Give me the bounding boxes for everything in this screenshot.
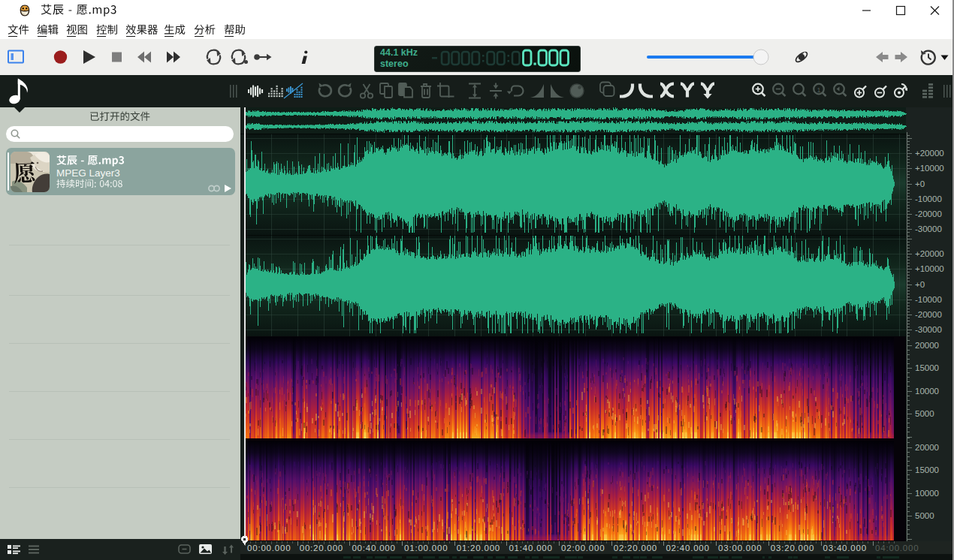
svg-text:-10000: -10000 [915,194,942,203]
svg-text:+0: +0 [915,280,925,289]
svg-text:5000: 5000 [915,409,934,418]
svg-text:00:40.000: 00:40.000 [352,543,395,552]
svg-text:15000: 15000 [915,363,939,372]
svg-text:+20000: +20000 [915,249,944,258]
svg-text:20000: 20000 [915,443,939,452]
svg-text:03:20.000: 03:20.000 [771,543,814,552]
svg-text:+0: +0 [915,179,925,188]
svg-text:10000: 10000 [915,489,939,498]
svg-text:00:00.000: 00:00.000 [247,543,291,552]
svg-text:01:20.000: 01:20.000 [457,543,500,552]
svg-text:-30000: -30000 [915,224,942,233]
svg-text:10000: 10000 [915,387,939,396]
svg-text:-30000: -30000 [915,325,942,334]
svg-text:01:00.000: 01:00.000 [404,543,448,552]
svg-text:+10000: +10000 [915,164,944,173]
svg-text:00:20.000: 00:20.000 [300,543,343,552]
svg-text:03:00.000: 03:00.000 [718,543,762,552]
svg-text:01:40.000: 01:40.000 [509,543,552,552]
svg-text:+20000: +20000 [915,149,944,158]
svg-text:-20000: -20000 [915,209,942,218]
svg-text:02:00.000: 02:00.000 [561,543,605,552]
svg-text:5000: 5000 [915,511,934,520]
svg-text:1: 1 [817,86,821,94]
svg-text:02:40.000: 02:40.000 [666,543,709,552]
svg-text:-10000: -10000 [915,295,942,304]
svg-text:20000: 20000 [915,341,939,350]
svg-text:15000: 15000 [915,465,939,474]
svg-text:+10000: +10000 [915,264,944,273]
svg-text:-20000: -20000 [915,310,942,319]
svg-text:04:00.000: 04:00.000 [875,543,919,552]
svg-text:03:40.000: 03:40.000 [823,543,867,552]
svg-text:02:20.000: 02:20.000 [614,543,657,552]
